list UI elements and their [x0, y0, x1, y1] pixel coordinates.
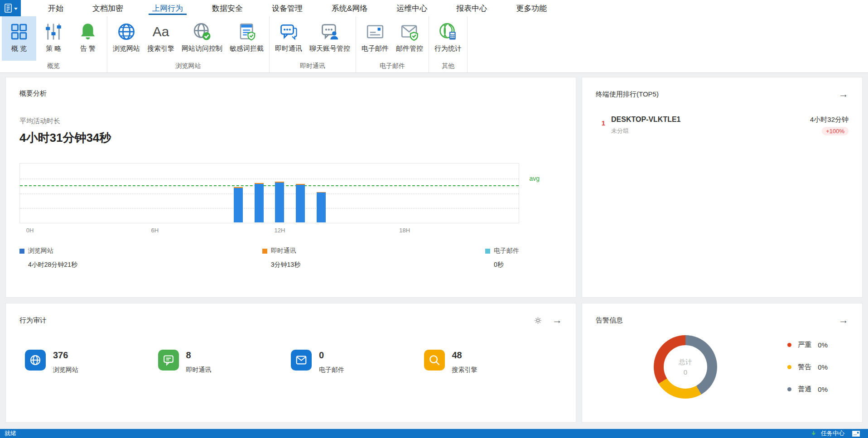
chart-x-axis: 0H6H12H18H: [19, 223, 519, 235]
top5-list-item[interactable]: 1DESKTOP-VLKTLE1未分组4小时32分钟+100%: [596, 116, 849, 135]
menu-tab-1[interactable]: 开始: [44, 0, 67, 16]
legend-item: 即时通讯3分钟13秒: [262, 247, 300, 269]
ribbon-button-label: 聊天账号管控: [309, 44, 350, 53]
chart-bar: [255, 163, 264, 222]
overview-grid-icon: [10, 21, 29, 43]
ribbon-button[interactable]: Aa搜索引擎: [144, 16, 178, 61]
ribbon-button[interactable]: 浏览网站: [109, 16, 144, 61]
ribbon-button-label: 浏览网站: [113, 44, 140, 53]
browse-bar-segment: [275, 183, 284, 222]
alert-level-name: 严重: [798, 341, 811, 349]
ribbon-button-label: 搜索引擎: [147, 44, 174, 53]
chart-gridline: [20, 193, 519, 194]
browse-bar-segment: [317, 193, 326, 222]
dashboard-content: 概要分析 平均活动时长 4小时31分钟34秒 avg 0H6H12H18H 浏览…: [0, 73, 868, 429]
ribbon-button[interactable]: 网站访问控制: [178, 16, 226, 61]
mail-white-icon: [291, 350, 312, 371]
status-bar: 就绪 任务中心: [0, 429, 868, 438]
task-center-link[interactable]: 任务中心: [821, 429, 844, 438]
menu-tab-2[interactable]: 文档加密: [89, 0, 127, 16]
site-access-control-icon: [193, 21, 212, 43]
audit-stats-row: 376浏览网站8即时通讯0电子邮件48搜索引擎: [19, 350, 562, 374]
ribbon-group-2: 浏览网站Aa搜索引擎网站访问控制敏感词拦截浏览网站: [107, 16, 270, 72]
ribbon-button[interactable]: 策 略: [36, 16, 71, 61]
app-menu-button[interactable]: [0, 0, 21, 16]
stat-value: 376: [53, 350, 78, 361]
summary-panel: 概要分析 平均活动时长 4小时31分钟34秒 avg 0H6H12H18H 浏览…: [5, 77, 576, 298]
menu-tab-8[interactable]: 报表中心: [453, 0, 491, 16]
stat-value: 48: [452, 350, 477, 361]
ribbon-button[interactable]: 行为统计: [431, 16, 465, 61]
menu-tab-9[interactable]: 更多功能: [512, 0, 550, 16]
top-menu-bar: 开始文档加密上网行为数据安全设备管理系统&网络运维中心报表中心更多功能: [0, 0, 868, 16]
chat-white-icon: [158, 350, 179, 371]
alerts-panel-title: 告警信息: [596, 316, 623, 325]
terminal-name: DESKTOP-VLKTLE1: [611, 116, 810, 124]
gear-icon[interactable]: [534, 316, 542, 325]
ribbon-button-label: 告 警: [80, 44, 96, 53]
avg-activity-metric: 平均活动时长 4小时31分钟34秒: [19, 117, 562, 146]
chart-bar: [317, 163, 326, 222]
legend-item: 电子邮件0秒: [485, 247, 519, 269]
ribbon-group-3: 即时通讯聊天账号管控即时通讯: [270, 16, 356, 72]
alert-legend-dot: [787, 387, 791, 391]
stat-label: 即时通讯: [186, 366, 212, 374]
ribbon-toolbar: 概 览策 略告 警概览浏览网站Aa搜索引擎网站访问控制敏感词拦截浏览网站即时通讯…: [0, 16, 868, 73]
ribbon-button[interactable]: 邮件管控: [392, 16, 427, 61]
activity-chart-area: avg 0H6H12H18H 浏览网站4小时28分钟21秒即时通讯3分钟13秒电…: [19, 163, 562, 269]
task-window-icon[interactable]: [852, 431, 860, 437]
ribbon-group-label: 概览: [2, 61, 105, 72]
legend-swatch: [19, 249, 24, 254]
alerts-legend: 严重0%警告0%普通0%: [787, 341, 828, 394]
audit-more-arrow-icon[interactable]: →: [552, 315, 562, 325]
status-ready-text: 就绪: [5, 429, 16, 438]
menu-tab-5[interactable]: 设备管理: [268, 0, 306, 16]
sensitive-word-block-icon: [237, 21, 256, 43]
x-axis-tick: 0H: [26, 227, 34, 234]
alerts-donut-chart: 总计 0: [654, 335, 717, 399]
menu-tab-3[interactable]: 上网行为: [149, 0, 187, 16]
chat-account-control-icon: [320, 21, 339, 43]
alert-level-pct: 0%: [818, 385, 828, 393]
x-axis-tick: 6H: [151, 227, 159, 234]
ribbon-group-label: 电子邮件: [358, 61, 427, 72]
ribbon-button[interactable]: 概 览: [2, 16, 36, 61]
menu-tab-4[interactable]: 数据安全: [208, 0, 246, 16]
app-logo-icon: [4, 3, 13, 13]
menu-tab-7[interactable]: 运维中心: [393, 0, 431, 16]
chart-bar: [234, 163, 243, 222]
email-icon: [366, 21, 385, 43]
legend-name: 电子邮件: [494, 247, 519, 255]
ribbon-group-5: 行为统计其他: [429, 16, 468, 72]
chart-bar: [275, 163, 284, 222]
browse-bar-segment: [296, 185, 305, 222]
ribbon-button-label: 行为统计: [434, 44, 462, 53]
audit-stat-item[interactable]: 0电子邮件: [291, 350, 424, 374]
alerts-more-arrow-icon[interactable]: →: [839, 315, 849, 325]
x-axis-tick: 12H: [275, 227, 285, 234]
mail-control-icon: [400, 21, 419, 43]
ribbon-button[interactable]: 告 警: [71, 16, 105, 61]
audit-panel: 行为审计 → 376浏览网站8即时通讯0电子邮件48搜索引擎: [5, 303, 576, 423]
ribbon-button-label: 网站访问控制: [182, 44, 222, 53]
ribbon-button[interactable]: 敏感词拦截: [226, 16, 267, 61]
audit-stat-item[interactable]: 8即时通讯: [158, 350, 291, 374]
policy-sliders-icon: [44, 21, 63, 43]
ribbon-button[interactable]: 电子邮件: [358, 16, 392, 61]
usage-duration: 4小时32分钟: [810, 116, 849, 124]
ribbon-button[interactable]: 即时通讯: [271, 16, 306, 61]
activity-bar-chart: avg: [19, 163, 519, 223]
top5-more-arrow-icon[interactable]: →: [839, 89, 849, 99]
audit-stat-item[interactable]: 376浏览网站: [25, 350, 158, 374]
ribbon-group-label: 其他: [431, 61, 465, 72]
alert-legend-row: 严重0%: [787, 341, 828, 349]
alert-legend-row: 普通0%: [787, 385, 828, 394]
stat-label: 浏览网站: [53, 366, 78, 374]
alerts-panel: 告警信息 → 总计 0 严重0%警告0%普通0%: [582, 303, 863, 423]
audit-stat-item[interactable]: 48搜索引擎: [424, 350, 557, 374]
ribbon-button[interactable]: 聊天账号管控: [306, 16, 354, 61]
menu-tab-6[interactable]: 系统&网络: [328, 0, 371, 16]
alert-level-name: 警告: [798, 363, 811, 371]
menu-tab-bar: 开始文档加密上网行为数据安全设备管理系统&网络运维中心报表中心更多功能: [34, 0, 561, 16]
search-engine-aa-icon: Aa: [151, 21, 170, 43]
